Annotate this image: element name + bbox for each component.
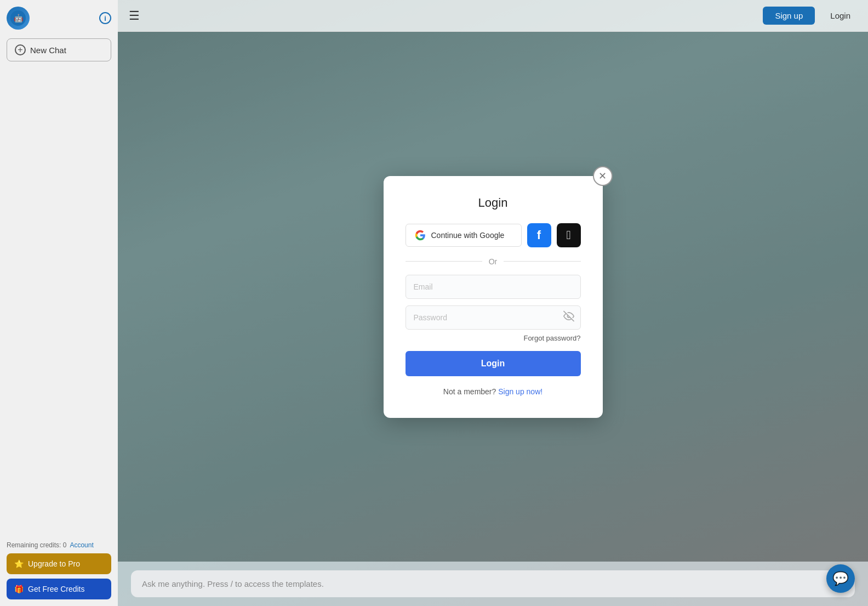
navbar: ☰ Sign up Login (118, 0, 868, 32)
chat-widget-icon: 💬 (832, 571, 849, 586)
sidebar-top: 🤖 i (7, 7, 111, 30)
credits-icon: 🎁 (14, 585, 24, 593)
modal-overlay: ✕ Login Continue with Google (118, 32, 868, 562)
app-logo: 🤖 (7, 7, 30, 30)
chat-input-area[interactable]: Ask me anything. Press / to access the t… (131, 570, 855, 597)
content-area: ✕ Login Continue with Google (118, 32, 868, 562)
google-icon (415, 230, 426, 241)
info-icon[interactable]: i (99, 12, 111, 24)
or-divider: Or (406, 257, 581, 266)
hamburger-button[interactable]: ☰ (129, 9, 140, 23)
get-credits-label: Get Free Credits (28, 585, 84, 593)
signup-button[interactable]: Sign up (763, 7, 815, 25)
or-line-left (406, 261, 482, 262)
not-member-text: Not a member? (443, 387, 496, 396)
social-login-row: Continue with Google f  (406, 223, 581, 247)
sidebar: 🤖 i + New Chat Remaining credits: 0 Acco… (0, 0, 118, 606)
apple-login-button[interactable]:  (557, 223, 581, 247)
password-wrap (406, 305, 581, 330)
upgrade-label: Upgrade to Pro (28, 559, 80, 568)
email-input[interactable] (406, 275, 581, 299)
facebook-icon: f (537, 228, 541, 242)
login-modal: ✕ Login Continue with Google (384, 176, 603, 418)
new-chat-button[interactable]: + New Chat (7, 38, 111, 61)
logo-area: 🤖 (7, 7, 30, 30)
get-credits-button[interactable]: 🎁 Get Free Credits (7, 579, 111, 599)
signup-row: Not a member? Sign up now! (406, 387, 581, 396)
chat-widget-button[interactable]: 💬 (826, 564, 855, 593)
upgrade-icon: ⭐ (14, 559, 24, 568)
new-chat-label: New Chat (30, 46, 66, 55)
bottom-bar: Ask me anything. Press / to access the t… (118, 562, 868, 606)
google-login-button[interactable]: Continue with Google (406, 224, 522, 247)
forgot-row: Forgot password? (406, 334, 581, 342)
credits-text: Remaining credits: 0 (7, 541, 66, 549)
upgrade-button[interactable]: ⭐ Upgrade to Pro (7, 553, 111, 574)
modal-title: Login (406, 196, 581, 210)
svg-text:🤖: 🤖 (14, 14, 24, 23)
credits-row: Remaining credits: 0 Account (7, 541, 111, 549)
password-input[interactable] (406, 305, 581, 330)
main-area: ☰ Sign up Login ✕ Login (118, 0, 868, 606)
apple-icon:  (566, 228, 570, 242)
plus-icon: + (15, 44, 26, 55)
login-submit-button[interactable]: Login (406, 351, 581, 376)
modal-close-button[interactable]: ✕ (593, 166, 613, 186)
login-link[interactable]: Login (824, 7, 857, 25)
facebook-login-button[interactable]: f (527, 223, 551, 247)
or-line-right (504, 261, 580, 262)
google-login-label: Continue with Google (431, 231, 505, 240)
sidebar-bottom: Remaining credits: 0 Account ⭐ Upgrade t… (7, 541, 111, 599)
forgot-password-link[interactable]: Forgot password? (523, 334, 580, 342)
signup-now-link[interactable]: Sign up now! (498, 387, 542, 396)
account-link[interactable]: Account (70, 541, 93, 549)
or-text: Or (489, 257, 498, 266)
eye-icon[interactable] (563, 310, 574, 324)
